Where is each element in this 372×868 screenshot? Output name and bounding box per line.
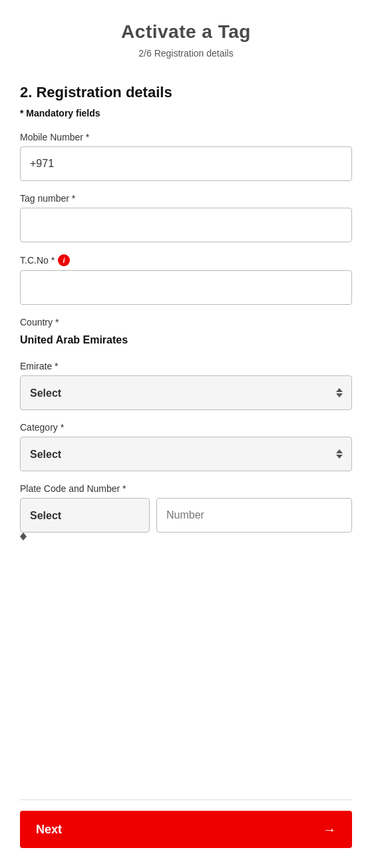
category-group: Category * Select bbox=[20, 422, 352, 471]
country-group: Country * United Arab Emirates bbox=[20, 317, 352, 349]
country-value: United Arab Emirates bbox=[20, 331, 352, 349]
section-title: 2. Registration details bbox=[20, 84, 352, 101]
next-button[interactable]: Next → bbox=[20, 811, 352, 848]
page-wrapper: Activate a Tag 2/6 Registration details … bbox=[0, 0, 372, 868]
divider bbox=[20, 799, 352, 800]
form-container: 2. Registration details * Mandatory fiel… bbox=[0, 64, 372, 783]
tc-no-input[interactable] bbox=[20, 270, 352, 305]
step-indicator: 2/6 Registration details bbox=[13, 48, 359, 59]
tag-number-group: Tag number * bbox=[20, 193, 352, 242]
plate-number-input[interactable] bbox=[156, 498, 352, 533]
tc-no-info-icon[interactable]: i bbox=[58, 254, 70, 266]
header: Activate a Tag 2/6 Registration details bbox=[0, 0, 372, 64]
category-label: Category * bbox=[20, 422, 352, 433]
country-label: Country * bbox=[20, 317, 352, 327]
category-select-wrapper: Select bbox=[20, 437, 352, 471]
emirate-select-wrapper: Select bbox=[20, 375, 352, 410]
plate-code-label: Plate Code and Number * bbox=[20, 483, 352, 494]
tag-number-label: Tag number * bbox=[20, 193, 352, 204]
plate-select-wrapper: Select bbox=[20, 498, 150, 541]
mobile-number-label: Mobile Number * bbox=[20, 132, 352, 142]
plate-arrow-icon bbox=[20, 533, 150, 541]
mobile-number-input[interactable] bbox=[20, 146, 352, 181]
next-arrow-icon: → bbox=[323, 822, 336, 837]
plate-code-select[interactable]: Select bbox=[20, 498, 150, 533]
emirate-group: Emirate * Select bbox=[20, 361, 352, 410]
next-button-label: Next bbox=[36, 823, 62, 837]
tc-no-label: T.C.No * i bbox=[20, 254, 352, 266]
plate-code-group: Plate Code and Number * Select bbox=[20, 483, 352, 541]
emirate-label: Emirate * bbox=[20, 361, 352, 371]
emirate-select[interactable]: Select bbox=[20, 375, 352, 410]
category-select[interactable]: Select bbox=[20, 437, 352, 471]
page-title: Activate a Tag bbox=[13, 21, 359, 43]
plate-row: Select bbox=[20, 498, 352, 541]
mandatory-note: * Mandatory fields bbox=[20, 108, 352, 118]
arrow-down-icon bbox=[20, 537, 27, 541]
tag-number-input[interactable] bbox=[20, 208, 352, 242]
tc-no-group: T.C.No * i bbox=[20, 254, 352, 305]
mobile-number-group: Mobile Number * bbox=[20, 132, 352, 181]
